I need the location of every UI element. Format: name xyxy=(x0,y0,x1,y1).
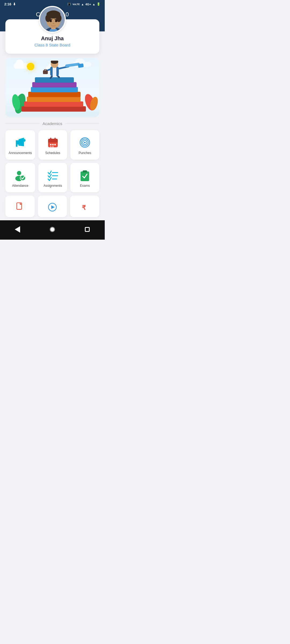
attendance-icon xyxy=(14,169,26,181)
grid-card-item8[interactable] xyxy=(38,196,67,217)
user-class: Class 8 State Board xyxy=(11,43,94,47)
svg-point-47 xyxy=(52,146,54,148)
nav-home-button[interactable] xyxy=(46,224,58,235)
svg-rect-32 xyxy=(65,63,80,67)
grid-card-item9[interactable]: ₹ xyxy=(70,196,99,217)
grid-card-announcements[interactable]: Announcements xyxy=(5,130,35,160)
svg-point-8 xyxy=(50,20,52,22)
svg-point-12 xyxy=(53,23,54,24)
svg-point-54 xyxy=(17,171,21,175)
svg-rect-33 xyxy=(78,63,84,68)
svg-rect-19 xyxy=(27,97,81,102)
grid-card-attendance[interactable]: Attendance xyxy=(5,163,35,192)
volte-icon: VoLTE xyxy=(73,3,80,6)
document-icon xyxy=(14,202,26,212)
svg-rect-27 xyxy=(53,67,56,76)
svg-rect-10 xyxy=(49,19,52,20)
exams-label: Exams xyxy=(80,184,90,188)
schedules-label: Schedules xyxy=(45,151,60,155)
profile-card: Anuj Jha Class 8 State Board xyxy=(5,19,99,54)
assignments-label: Assignments xyxy=(44,184,62,188)
svg-marker-36 xyxy=(16,140,19,145)
avatar xyxy=(39,6,66,33)
svg-rect-42 xyxy=(48,141,58,142)
signal-icon: ▲ xyxy=(92,3,95,6)
play-icon xyxy=(46,202,58,212)
calendar-icon xyxy=(47,137,59,148)
vibrate-icon: 📳 xyxy=(67,2,71,6)
svg-rect-21 xyxy=(31,87,78,92)
svg-rect-49 xyxy=(55,138,56,140)
recent-apps-icon xyxy=(85,227,90,232)
svg-rect-61 xyxy=(83,170,87,173)
rupee-icon: ₹ xyxy=(79,202,91,212)
svg-rect-17 xyxy=(21,106,86,112)
wifi-icon: ▲ xyxy=(81,3,84,6)
user-name: Anuj Jha xyxy=(11,35,94,42)
svg-rect-22 xyxy=(32,82,77,87)
fingerprint-icon xyxy=(79,137,91,148)
announcements-label: Announcements xyxy=(9,151,32,155)
nav-back-button[interactable] xyxy=(12,224,23,235)
grid-card-schedules[interactable]: Schedules xyxy=(38,130,67,160)
svg-rect-39 xyxy=(16,145,17,147)
svg-point-53 xyxy=(84,142,86,143)
svg-point-44 xyxy=(52,144,54,145)
grid-card-item7[interactable] xyxy=(5,196,35,217)
grid-card-punches[interactable]: Punches xyxy=(70,130,99,160)
attendance-label: Attendance xyxy=(12,184,28,188)
bottom-navigation xyxy=(0,220,105,240)
clipboard-icon xyxy=(79,169,91,181)
megaphone-icon xyxy=(14,137,26,148)
grid-card-assignments[interactable]: Assignments xyxy=(38,163,67,192)
section-line-right xyxy=(65,123,99,124)
svg-rect-18 xyxy=(24,101,83,107)
svg-point-9 xyxy=(55,20,57,22)
svg-point-43 xyxy=(50,144,52,145)
list-check-icon xyxy=(47,169,59,181)
svg-marker-64 xyxy=(51,205,55,209)
svg-text:₹: ₹ xyxy=(82,204,86,211)
time-display: 2:16 xyxy=(4,2,11,6)
punches-label: Punches xyxy=(79,151,91,155)
section-line-left xyxy=(5,123,40,124)
banner-section xyxy=(5,58,99,117)
back-arrow-icon xyxy=(15,226,20,233)
svg-point-46 xyxy=(50,146,52,148)
svg-point-45 xyxy=(54,144,56,145)
download-icon: ⬇ xyxy=(13,2,16,6)
grid-card-exams[interactable]: Exams xyxy=(70,163,99,192)
svg-rect-60 xyxy=(81,171,89,181)
svg-rect-20 xyxy=(28,92,81,97)
battery-icon: 🔋 xyxy=(97,2,100,6)
svg-rect-48 xyxy=(50,138,51,140)
home-circle-icon xyxy=(50,227,55,232)
network-icon: 4G+ xyxy=(85,3,91,6)
academics-title: Academics xyxy=(42,121,62,126)
nav-recent-button[interactable] xyxy=(81,224,93,235)
svg-rect-11 xyxy=(55,19,58,20)
svg-rect-23 xyxy=(35,77,74,83)
svg-marker-37 xyxy=(19,138,24,146)
